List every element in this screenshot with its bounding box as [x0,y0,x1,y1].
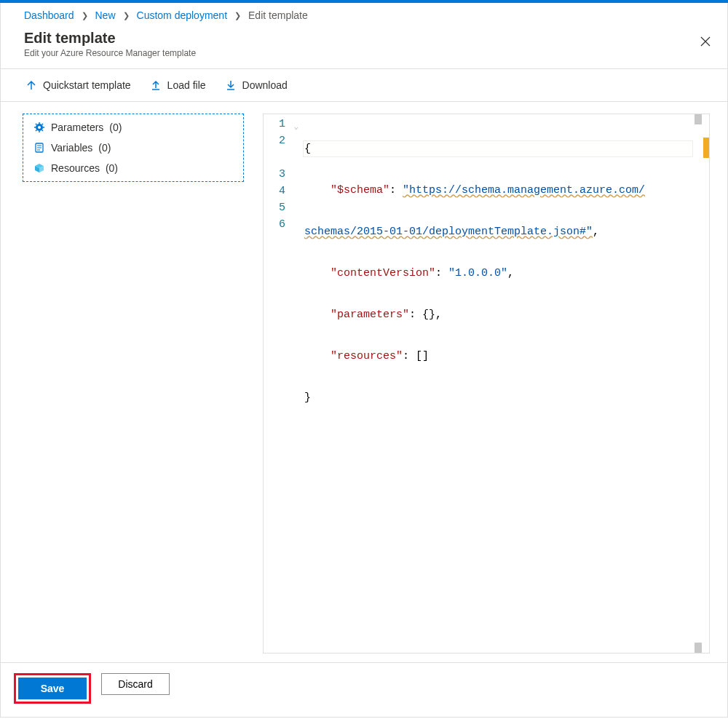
download-label: Download [242,79,288,91]
page-title: Edit template [24,30,713,47]
variables-count: (0) [98,142,111,154]
tree-item-variables[interactable]: Variables (0) [23,138,243,158]
code-token: , [507,267,514,279]
tree-item-resources[interactable]: Resources (0) [23,158,243,178]
code-token: "parameters" [331,309,409,321]
code-token: schemas/2015-01-01/deploymentTemplate.js… [304,226,593,238]
editor-overview-ruler [703,114,709,653]
scroll-thumb[interactable] [695,114,702,124]
svg-point-1 [38,126,41,129]
code-token: "resources" [331,350,403,362]
tree-item-parameters[interactable]: Parameters (0) [23,117,243,138]
code-token: "contentVersion" [331,267,435,279]
download-icon [225,79,237,91]
quickstart-template-button[interactable]: Quickstart template [18,75,138,95]
line-number: 3 [264,166,303,183]
chevron-right-icon: ❯ [123,11,130,20]
chevron-right-icon: ❯ [82,11,88,20]
variables-label: Variables [51,142,92,154]
breadcrumb-dashboard[interactable]: Dashboard [24,9,74,21]
load-file-label: Load file [167,79,206,91]
close-button[interactable] [697,33,714,50]
code-token: "1.0.0.0" [448,267,507,279]
toolbar: Quickstart template Load file Download [1,69,727,102]
parameters-count: (0) [109,122,122,133]
download-button[interactable]: Download [218,75,295,95]
editor-scrollbar[interactable] [693,114,703,653]
discard-button[interactable]: Discard [101,673,170,695]
code-token: { [304,143,311,155]
code-token: : [435,267,448,279]
resources-count: (0) [106,162,118,174]
code-token: : [] [403,350,429,362]
load-file-button[interactable]: Load file [143,75,213,95]
variables-icon [33,142,45,154]
footer: Save Discard [1,662,727,717]
scroll-thumb[interactable] [695,643,702,653]
line-number: 1⌄ [264,116,303,132]
line-number: 6 [264,216,303,233]
breadcrumb-new[interactable]: New [95,9,116,21]
template-tree: Parameters (0) Variables (0) Resources (… [23,114,244,182]
line-number: 2 [264,132,303,149]
panel-header: Edit template Edit your Azure Resource M… [1,25,727,69]
code-token: } [304,392,311,404]
code-token: : {}, [409,309,442,321]
code-token: : [389,184,403,196]
editor-content[interactable]: { "$schema": "https://schema.management.… [303,114,693,653]
save-highlight: Save [14,673,91,704]
code-token: "$schema" [331,184,389,196]
line-number: 4 [264,183,303,199]
chevron-right-icon: ❯ [234,11,241,20]
line-number-wrap [264,149,303,166]
close-icon [700,36,711,47]
breadcrumb: Dashboard ❯ New ❯ Custom deployment ❯ Ed… [1,3,727,25]
parameters-icon [33,122,45,133]
code-token: "https://schema.management.azure.com/ [403,184,645,196]
parameters-label: Parameters [51,122,103,133]
save-button[interactable]: Save [18,678,87,699]
resources-label: Resources [51,162,100,174]
line-number: 5 [264,199,303,216]
breadcrumb-current: Edit template [248,9,308,21]
upload-icon [150,79,162,91]
code-token: , [593,226,599,238]
page-subtitle: Edit your Azure Resource Manager templat… [24,48,713,58]
arrow-up-icon [25,79,37,91]
quickstart-label: Quickstart template [43,79,131,91]
resources-icon [33,162,45,174]
code-editor[interactable]: 1⌄ 2 3 4 5 6 { "$schema": "https://schem… [263,114,710,654]
breadcrumb-custom-deployment[interactable]: Custom deployment [137,9,228,21]
editor-gutter: 1⌄ 2 3 4 5 6 [264,114,303,653]
overview-warning-mark [703,138,709,158]
